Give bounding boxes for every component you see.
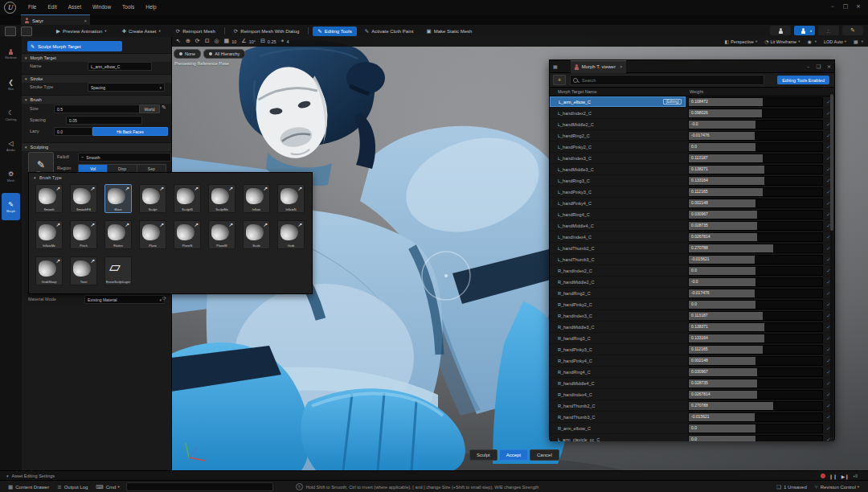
morph-name-cell[interactable]: R_handIndex4_C: [550, 389, 686, 400]
brush-sculpt[interactable]: ↗Sculpt: [139, 184, 166, 213]
weight-spinbox[interactable]: 0.0267814: [688, 232, 823, 242]
morph-name-cell[interactable]: L_handMiddle3_C: [550, 164, 686, 174]
brush-smoothfill[interactable]: ↗SmoothFill: [70, 184, 97, 213]
weight-spinbox[interactable]: -0.015621: [688, 412, 823, 422]
menu-edit[interactable]: Edit: [42, 0, 62, 14]
toolbar-button-create-asset[interactable]: ✚Create Asset▾: [117, 27, 168, 36]
weight-spinbox[interactable]: 0.028735: [688, 379, 823, 388]
brush-planew[interactable]: ↗PlaneW: [208, 220, 235, 249]
morph-name-cell[interactable]: L_handThumb3_C: [550, 254, 686, 264]
pause-icon[interactable]: ❙❙: [829, 474, 837, 479]
brush-spacing-field[interactable]: 0.05: [66, 116, 142, 125]
material-mode-dropdown[interactable]: Existing Material▾: [84, 295, 165, 304]
weight-spinbox[interactable]: 0.002148: [688, 199, 823, 208]
weight-spinbox[interactable]: 0.138271: [688, 165, 823, 174]
select-icon[interactable]: ↖: [176, 36, 181, 47]
morph-name-cell[interactable]: L_handThumb2_C: [550, 243, 686, 253]
morph-name-cell[interactable]: L_handRing3_C: [550, 175, 686, 186]
sculpt-morph-target-button[interactable]: ✎ Sculpt Morph Target: [27, 41, 122, 51]
morph-name-cell[interactable]: R_handIndex3_C: [550, 310, 686, 321]
perspective-dropdown[interactable]: ◧ Perspective▾: [725, 39, 760, 44]
record-icon[interactable]: [821, 474, 825, 478]
morph-name-cell[interactable]: R_handPinky4_C: [550, 355, 686, 366]
falloff-dropdown[interactable]: ⌢ Smooth: [78, 153, 171, 162]
morph-row[interactable]: R_arm_elbow_C0.0✓: [550, 423, 834, 434]
hit-back-faces-button[interactable]: Hit Back Faces: [92, 127, 168, 136]
rotation-snap-value[interactable]: 10°: [249, 39, 256, 44]
lazy-field[interactable]: 0.0: [54, 127, 92, 136]
weight-spinbox[interactable]: 0.112165: [688, 345, 823, 355]
column-weight[interactable]: Weight: [690, 89, 834, 94]
brush-inflate[interactable]: ↗Inflate: [243, 184, 270, 213]
morph-row[interactable]: R_handPinky4_C0.002148✓: [550, 355, 834, 367]
morph-row[interactable]: L_handIndex4_C0.0267814✓: [550, 232, 834, 243]
morph-viewer-tab[interactable]: Morph T. viewer ×: [571, 60, 627, 73]
world-toggle[interactable]: World: [139, 105, 160, 113]
camera-speed-value[interactable]: 4: [287, 39, 289, 44]
weight-spinbox[interactable]: -0.017476: [688, 131, 823, 141]
region-option-sep[interactable]: Sep: [137, 165, 166, 172]
weight-spinbox[interactable]: 0.113187: [688, 311, 823, 321]
morph-row[interactable]: R_handRing3_C0.133164✓: [550, 333, 834, 344]
region-option-vol[interactable]: Vol: [79, 165, 108, 172]
menu-asset[interactable]: Asset: [63, 0, 87, 14]
weight-spinbox[interactable]: 0.108472: [688, 97, 823, 107]
toolbar-button-activate-cloth-paint[interactable]: ✎Activate Cloth Paint: [360, 27, 419, 36]
morph-row[interactable]: R_handPinky3_C0.112165✓: [550, 344, 834, 355]
rail-item-morph[interactable]: ✎Morph: [2, 193, 20, 220]
morph-row[interactable]: R_handThumb2_C0.270788✓: [550, 400, 834, 412]
paint-button[interactable]: ✎: [842, 26, 863, 35]
morph-name-cell[interactable]: R_handPinky3_C: [550, 344, 686, 355]
sculpt-button[interactable]: Sculpt: [469, 449, 497, 461]
menu-help[interactable]: Help: [140, 0, 162, 14]
morph-name-cell[interactable]: R_handRing3_C: [550, 333, 686, 343]
cancel-button[interactable]: Cancel: [530, 449, 559, 461]
morph-row[interactable]: L_arm_elbow_C(Editing)0.108472✓: [550, 96, 834, 108]
brush-planen[interactable]: ↗PlaneN: [174, 220, 201, 249]
weight-spinbox[interactable]: 0.098026: [688, 109, 823, 118]
accept-button[interactable]: Accept: [499, 449, 528, 461]
rotation-snap-icon[interactable]: ∠: [241, 36, 246, 47]
menu-tools[interactable]: Tools: [117, 0, 140, 14]
morph-table-header[interactable]: Morph Target Name Weight: [550, 88, 834, 96]
stroke-type-dropdown[interactable]: Spacing▾: [88, 83, 165, 92]
morph-row[interactable]: L_handRing4_C0.030967✓: [550, 209, 834, 220]
toolbar-button-editing-tools[interactable]: ✎Editing Tools: [313, 27, 356, 36]
rail-item-attribs[interactable]: ◁Attribs: [0, 132, 22, 159]
brush-erasesculptlayer[interactable]: ▱EraseSculptLayer: [104, 256, 132, 285]
viewmode-dropdown[interactable]: ◔ Lit Wireframe▾: [764, 39, 801, 44]
scrollbar-thumb[interactable]: [830, 94, 833, 231]
morph-row[interactable]: R_handMiddle4_C0.028735✓: [550, 378, 834, 389]
brush-flatten[interactable]: ↗Flatten: [104, 220, 132, 249]
morph-row[interactable]: L_arm_clavicle_cc_C0.0✓: [550, 434, 834, 441]
menu-file[interactable]: File: [23, 0, 42, 14]
weight-spinbox[interactable]: 0.270788: [688, 401, 823, 411]
show-flags-dropdown[interactable]: ◉▾: [807, 39, 818, 44]
search-input[interactable]: [580, 77, 764, 84]
revision-control-button[interactable]: ⑂ Revision Control ▾: [815, 484, 862, 490]
morph-name-cell[interactable]: R_handRing2_C: [550, 288, 686, 298]
morph-row[interactable]: R_handIndex3_C0.113187✓: [550, 310, 834, 322]
brush-pinch[interactable]: ↗Pinch: [70, 220, 97, 249]
asset-editing-settings-label[interactable]: Asset Editing Settings: [12, 474, 55, 478]
morph-name-cell[interactable]: L_handMiddle2_C: [550, 119, 686, 129]
preview-character-button[interactable]: [770, 26, 791, 35]
morph-row[interactable]: R_handRing2_C-0.017476✓: [550, 288, 834, 299]
weight-spinbox[interactable]: 0.0: [688, 424, 823, 433]
brush-twist[interactable]: ↗Twist: [70, 256, 97, 285]
brush-smooth[interactable]: ↗Smooth: [35, 184, 63, 213]
bone-pill-all-hierarchy[interactable]: All Hierarchy: [203, 49, 245, 59]
morph-row[interactable]: R_handPinky2_C0.0✓: [550, 299, 834, 310]
camera-speed-icon[interactable]: ⌖: [281, 36, 285, 47]
unsaved-button[interactable]: ❏ 1 Unsaved: [776, 484, 807, 490]
console-input[interactable]: [126, 482, 273, 491]
brush-inflatemx[interactable]: ↗InflateMx: [35, 220, 63, 249]
weight-spinbox[interactable]: 0.002148: [688, 356, 823, 366]
weight-spinbox[interactable]: 0.133164: [688, 176, 823, 186]
weight-spinbox[interactable]: 0.0: [688, 300, 823, 310]
morph-row[interactable]: L_handRing2_C-0.017476✓: [550, 130, 834, 141]
weight-spinbox[interactable]: 0.113187: [688, 154, 823, 163]
tab-satyr[interactable]: Satyr ×: [21, 14, 90, 26]
restore-icon[interactable]: ❏: [813, 64, 824, 70]
morph-name-cell[interactable]: R_handThumb3_C: [550, 412, 686, 422]
